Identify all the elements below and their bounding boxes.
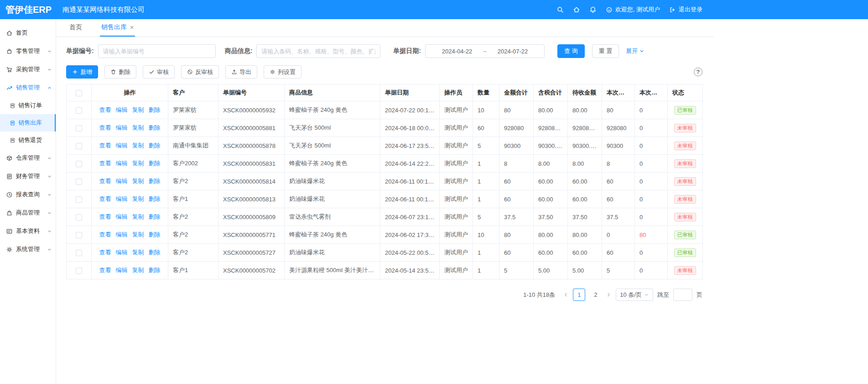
cell-date: 2024-05-22 00:50:36 — [380, 244, 440, 262]
row-action-view[interactable]: 查看 — [99, 178, 111, 184]
row-action-copy[interactable]: 复制 — [132, 124, 144, 131]
row-action-view[interactable]: 查看 — [99, 160, 111, 167]
tab-home[interactable]: 首页 — [68, 19, 83, 37]
row-action-copy[interactable]: 复制 — [132, 231, 144, 238]
row-action-edit[interactable]: 编辑 — [116, 178, 128, 184]
cell-qty: 1 — [473, 244, 499, 262]
product-info-input[interactable] — [256, 44, 380, 58]
sidebar-item-basic[interactable]: 基本资料 — [0, 222, 56, 240]
order-no-input[interactable] — [98, 44, 216, 58]
row-action-edit[interactable]: 编辑 — [116, 267, 128, 274]
sidebar-item-home[interactable]: 首页 — [0, 24, 56, 42]
row-action-delete[interactable]: 删除 — [149, 106, 161, 113]
row-action-edit[interactable]: 编辑 — [116, 195, 128, 202]
sidebar-item-goods[interactable]: 商品管理 — [0, 204, 56, 222]
row-action-edit[interactable]: 编辑 — [116, 160, 128, 167]
row-action-copy[interactable]: 复制 — [132, 267, 144, 274]
cell-amount: 80 — [499, 226, 534, 244]
row-action-copy[interactable]: 复制 — [132, 178, 144, 184]
audit-button[interactable]: 审核 — [143, 65, 175, 79]
sidebar-item-label: 采购管理 — [16, 65, 40, 74]
add-button[interactable]: 新增 — [66, 65, 98, 79]
logout-button[interactable]: 退出登录 — [669, 5, 702, 14]
row-action-edit[interactable]: 编辑 — [116, 213, 128, 220]
expand-toggle[interactable]: 展开 — [626, 47, 645, 55]
row-action-delete[interactable]: 删除 — [149, 231, 161, 238]
sidebar-item-report[interactable]: 报表查询 — [0, 185, 56, 204]
row-action-delete[interactable]: 删除 — [149, 160, 161, 167]
row-checkbox[interactable] — [76, 268, 82, 274]
row-action-copy[interactable]: 复制 — [132, 142, 144, 149]
date-end-value[interactable]: 2024-07-22 — [498, 48, 528, 55]
row-checkbox[interactable] — [76, 196, 82, 203]
row-action-view[interactable]: 查看 — [99, 249, 111, 256]
row-checkbox[interactable] — [76, 250, 82, 256]
row-action-copy[interactable]: 复制 — [132, 249, 144, 256]
sidebar-item-retail[interactable]: 零售管理 — [0, 42, 56, 60]
column-settings-button[interactable]: 列设置 — [264, 65, 301, 79]
tab-close-icon[interactable]: × — [130, 24, 134, 31]
unaudit-button[interactable]: 反审核 — [181, 65, 219, 79]
sidebar-item-finance[interactable]: 财务管理 — [0, 167, 56, 185]
home-icon[interactable] — [573, 6, 580, 13]
bell-icon[interactable] — [589, 6, 597, 13]
row-action-delete[interactable]: 删除 — [149, 213, 161, 220]
jump-page-input[interactable] — [673, 289, 692, 301]
row-checkbox[interactable] — [76, 161, 82, 167]
delete-button[interactable]: 删除 — [104, 65, 136, 79]
row-checkbox[interactable] — [76, 143, 82, 149]
date-start-value[interactable]: 2024-04-22 — [442, 48, 473, 55]
row-action-edit[interactable]: 编辑 — [116, 142, 128, 149]
page-size-select[interactable]: 10 条/页 — [616, 289, 653, 301]
row-action-delete[interactable]: 删除 — [149, 195, 161, 202]
row-action-edit[interactable]: 编辑 — [116, 231, 128, 238]
row-action-view[interactable]: 查看 — [99, 195, 111, 202]
sidebar-subitem-sales-return[interactable]: 销售退货 — [0, 132, 56, 149]
row-action-copy[interactable]: 复制 — [132, 213, 144, 220]
date-range-picker[interactable]: 2024-04-22 ~ 2024-07-22 — [425, 44, 545, 58]
row-checkbox[interactable] — [76, 214, 82, 221]
sidebar-item-warehouse[interactable]: 仓库管理 — [0, 149, 56, 167]
sidebar-item-purchase[interactable]: 采购管理 — [0, 60, 56, 79]
sidebar-item-sales[interactable]: 销售管理 — [0, 79, 56, 97]
row-action-copy[interactable]: 复制 — [132, 195, 144, 202]
row-action-copy[interactable]: 复制 — [132, 160, 144, 167]
row-action-view[interactable]: 查看 — [99, 267, 111, 274]
row-action-delete[interactable]: 删除 — [149, 267, 161, 274]
sidebar-subitem-sales-outbound[interactable]: 销售出库 — [0, 114, 56, 132]
row-action-delete[interactable]: 删除 — [149, 249, 161, 256]
sidebar-subitem-sales-order[interactable]: 销售订单 — [0, 97, 56, 114]
row-checkbox[interactable] — [76, 107, 82, 114]
search-button[interactable]: 查 询 — [557, 44, 585, 58]
row-action-edit[interactable]: 编辑 — [116, 249, 128, 256]
page-button-2[interactable]: 2 — [589, 289, 602, 301]
page-button-1[interactable]: 1 — [573, 289, 585, 301]
row-checkbox[interactable] — [76, 125, 82, 132]
row-action-delete[interactable]: 删除 — [149, 124, 161, 131]
reset-button[interactable]: 重 置 — [592, 44, 619, 58]
cell-date: 2024-06-18 00:01:00 — [380, 119, 440, 137]
export-button[interactable]: 导出 — [225, 65, 257, 79]
prev-page-icon[interactable] — [563, 292, 569, 298]
tab-sales-outbound[interactable]: 销售出库× — [100, 19, 135, 37]
row-select-cell — [67, 244, 92, 262]
row-action-delete[interactable]: 删除 — [149, 178, 161, 184]
row-action-view[interactable]: 查看 — [99, 231, 111, 238]
search-icon[interactable] — [556, 6, 564, 13]
row-action-view[interactable]: 查看 — [99, 106, 111, 113]
row-action-view[interactable]: 查看 — [99, 124, 111, 131]
row-action-copy[interactable]: 复制 — [132, 106, 144, 113]
row-action-edit[interactable]: 编辑 — [116, 124, 128, 131]
cell-status: 未审核 — [668, 119, 703, 137]
row-action-edit[interactable]: 编辑 — [116, 106, 128, 113]
next-page-icon[interactable] — [606, 292, 612, 298]
welcome-user[interactable]: 欢迎您, 测试用户 — [606, 5, 660, 14]
row-action-view[interactable]: 查看 — [99, 142, 111, 149]
row-checkbox[interactable] — [76, 232, 82, 238]
help-icon[interactable]: ? — [694, 68, 702, 76]
select-all-checkbox[interactable] — [76, 90, 82, 96]
row-action-view[interactable]: 查看 — [99, 213, 111, 220]
sidebar-item-system[interactable]: 系统管理 — [0, 240, 56, 258]
row-checkbox[interactable] — [76, 179, 82, 185]
row-action-delete[interactable]: 删除 — [149, 142, 161, 149]
